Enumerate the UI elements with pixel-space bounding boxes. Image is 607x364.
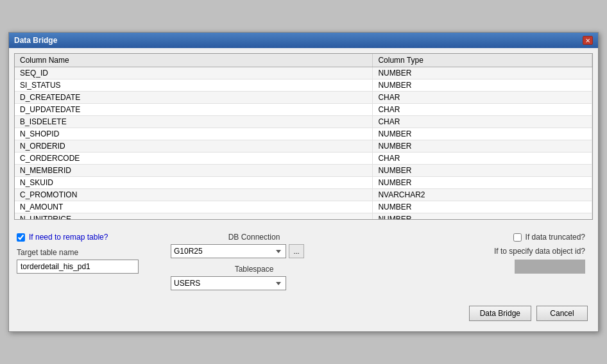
col-header-name: Column Name [15, 54, 373, 67]
col-name-cell: SEQ_ID [15, 67, 373, 79]
table-row[interactable]: C_PROMOTIONNVARCHAR2 [15, 189, 592, 201]
col-type-cell: CHAR [373, 116, 592, 128]
column-table-container[interactable]: Column Name Column Type SEQ_IDNUMBERSI_S… [14, 53, 593, 220]
specify-input[interactable] [515, 260, 585, 274]
center-section: DB Connection G10R25 ... Tablespace USER… [171, 233, 338, 297]
window-title: Data Bridge [14, 36, 57, 45]
col-name-cell: C_PROMOTION [15, 189, 373, 201]
truncated-row: If data truncated? [513, 233, 585, 242]
tablespace-row: USERS [171, 276, 338, 290]
col-type-cell: CHAR [373, 104, 592, 116]
table-row[interactable]: D_CREATEDATECHAR [15, 92, 592, 104]
db-connection-label: DB Connection [171, 233, 338, 242]
window-content: Column Name Column Type SEQ_IDNUMBERSI_S… [9, 48, 598, 331]
cancel-button[interactable]: Cancel [536, 306, 588, 321]
table-row[interactable]: N_MEMBERIDNUMBER [15, 165, 592, 177]
col-name-cell: N_MEMBERID [15, 165, 373, 177]
specify-label: If to specify data object id? [494, 247, 585, 256]
col-type-cell: NUMBER [373, 67, 592, 79]
table-row[interactable]: SI_STATUSNUMBER [15, 79, 592, 92]
truncated-label: If data truncated? [526, 233, 585, 242]
col-name-cell: N_AMOUNT [15, 201, 373, 213]
col-name-cell: N_SHOPID [15, 128, 373, 140]
truncated-checkbox[interactable] [513, 233, 522, 242]
col-type-cell: NVARCHAR2 [373, 189, 592, 201]
table-row[interactable]: SEQ_IDNUMBER [15, 67, 592, 79]
table-row[interactable]: N_SKUIDNUMBER [15, 177, 592, 189]
db-connection-select[interactable]: G10R25 [171, 244, 286, 258]
col-name-cell: N_SKUID [15, 177, 373, 189]
close-button[interactable]: ✕ [583, 36, 593, 45]
browse-button[interactable]: ... [289, 244, 304, 258]
table-row[interactable]: D_UPDATEDATECHAR [15, 104, 592, 116]
col-name-cell: D_UPDATEDATE [15, 104, 373, 116]
col-name-cell: N_ORDERID [15, 140, 373, 153]
col-type-cell: NUMBER [373, 140, 592, 153]
table-row[interactable]: N_UNITPRICENUMBER [15, 213, 592, 220]
db-connection-row: G10R25 ... [171, 244, 338, 258]
table-row[interactable]: N_AMOUNTNUMBER [15, 201, 592, 213]
col-type-cell: NUMBER [373, 128, 592, 140]
table-row[interactable]: N_ORDERIDNUMBER [15, 140, 592, 153]
col-type-cell: NUMBER [373, 79, 592, 92]
target-table-input[interactable]: torderdetail_his_pd1 [17, 260, 139, 274]
col-type-cell: NUMBER [373, 177, 592, 189]
data-bridge-button[interactable]: Data Bridge [469, 306, 531, 321]
column-table: Column Name Column Type SEQ_IDNUMBERSI_S… [15, 54, 592, 220]
data-bridge-window: Data Bridge ✕ Column Name Column Type SE… [8, 32, 599, 332]
remap-checkbox[interactable] [17, 233, 25, 242]
col-type-cell: NUMBER [373, 201, 592, 213]
remap-row: If need to remap table? [17, 233, 158, 242]
remap-label: If need to remap table? [29, 233, 108, 242]
col-name-cell: D_CREATEDATE [15, 92, 373, 104]
tablespace-label: Tablespace [171, 265, 338, 274]
table-row[interactable]: C_ORDERCODECHAR [15, 153, 592, 165]
col-header-type: Column Type [373, 54, 592, 67]
bottom-section: If need to remap table? Target table nam… [14, 228, 593, 299]
col-name-cell: C_ORDERCODE [15, 153, 373, 165]
col-type-cell: NUMBER [373, 165, 592, 177]
title-bar: Data Bridge ✕ [9, 33, 598, 48]
right-section: If data truncated? If to specify data ob… [350, 233, 590, 274]
col-type-cell: CHAR [373, 153, 592, 165]
col-type-cell: CHAR [373, 92, 592, 104]
button-row: Data Bridge Cancel [14, 299, 593, 326]
col-name-cell: B_ISDELETE [15, 116, 373, 128]
col-name-cell: N_UNITPRICE [15, 213, 373, 220]
table-row[interactable]: N_SHOPIDNUMBER [15, 128, 592, 140]
table-row[interactable]: B_ISDELETECHAR [15, 116, 592, 128]
col-type-cell: NUMBER [373, 213, 592, 220]
left-section: If need to remap table? Target table nam… [17, 233, 158, 274]
tablespace-select[interactable]: USERS [171, 276, 286, 290]
col-name-cell: SI_STATUS [15, 79, 373, 92]
target-table-label: Target table name [17, 248, 158, 257]
